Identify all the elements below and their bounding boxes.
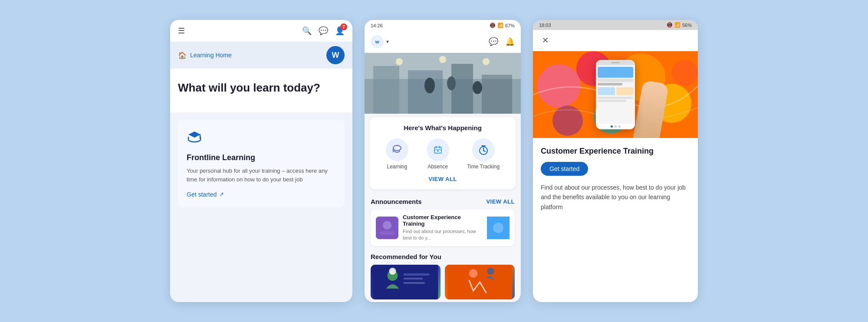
- svg-point-35: [469, 269, 478, 278]
- s1-topbar: ☰ 🔍 💬 👤 7: [170, 20, 352, 42]
- recommended-card-2[interactable]: [445, 265, 515, 299]
- svg-rect-33: [404, 282, 425, 284]
- frontline-learning-card: Frontline Learning Your personal hub for…: [178, 119, 345, 207]
- s3-wifi-icon: 📶: [674, 22, 681, 28]
- svg-text:W: W: [375, 39, 380, 44]
- announcements-section: Announcements VIEW ALL Customer Experien…: [365, 193, 521, 249]
- chat-icon[interactable]: 💬: [319, 26, 328, 36]
- recommended-card-1[interactable]: [371, 265, 441, 299]
- graduation-icon: [187, 129, 336, 148]
- svg-point-15: [393, 145, 401, 151]
- get-started-link[interactable]: Get started ↗: [187, 191, 336, 198]
- svg-point-18: [437, 150, 439, 152]
- s1-breadcrumb: 🏠 Learning Home W: [170, 42, 352, 69]
- svg-point-14: [483, 58, 490, 65]
- announcement-image-right: [487, 217, 510, 239]
- whats-happening-items: Learning Absence: [377, 138, 509, 170]
- time-tracking-label: Time Tracking: [467, 164, 500, 170]
- phone-screen: [596, 65, 635, 124]
- chat-icon[interactable]: 💬: [489, 37, 498, 46]
- app-logo: W: [371, 35, 384, 48]
- s2-nav-icons: 💬 🔔: [489, 37, 515, 46]
- notification-badge: 7: [340, 23, 347, 30]
- s3-status-right: 📵 📶 56%: [667, 22, 692, 28]
- learning-label: Learning: [387, 164, 407, 170]
- bell-icon[interactable]: 🔔: [505, 37, 515, 46]
- breadcrumb-label: Learning Home: [190, 52, 232, 59]
- close-button[interactable]: ✕: [539, 34, 551, 46]
- svg-rect-8: [482, 75, 512, 114]
- svg-rect-31: [404, 273, 430, 276]
- screen-1: ☰ 🔍 💬 👤 7 🏠 Learning Home W What will yo…: [170, 20, 352, 302]
- s3-status-time: 18:03: [539, 23, 551, 28]
- announcement-title: Customer Experience Training: [403, 214, 483, 227]
- svg-point-10: [447, 76, 456, 90]
- s3-topbar: ✕: [533, 30, 698, 51]
- s2-status-bar: 14:26 📵 📶 67%: [365, 20, 521, 31]
- hero-image: [365, 53, 521, 114]
- svg-rect-6: [408, 70, 443, 114]
- whats-happening-card: Here's What's Happening Learning: [370, 117, 516, 189]
- battery-level: 67%: [505, 23, 515, 28]
- svg-point-27: [493, 223, 503, 233]
- dot-3: [618, 125, 621, 128]
- s3-content: Customer Experience Training Get started…: [533, 138, 698, 220]
- whats-happening-title: Here's What's Happening: [377, 124, 509, 131]
- dot-2: [615, 125, 617, 128]
- svg-point-24: [383, 221, 391, 230]
- announcement-item[interactable]: Customer Experience Training Find out ab…: [371, 210, 515, 246]
- hamburger-icon[interactable]: ☰: [178, 26, 185, 36]
- card-description: Your personal hub for all your training …: [187, 167, 336, 184]
- external-link-icon: ↗: [219, 191, 224, 197]
- office-scene: [365, 53, 521, 114]
- svg-point-9: [424, 78, 435, 93]
- svg-point-11: [473, 81, 482, 94]
- svg-point-13: [439, 56, 446, 63]
- svg-point-30: [389, 268, 396, 275]
- announcements-view-all[interactable]: VIEW ALL: [486, 198, 515, 205]
- recommended-items: [371, 265, 515, 299]
- absence-label: Absence: [427, 164, 448, 170]
- s1-right-icons: 🔍 💬 👤 7: [302, 26, 345, 36]
- signal-icon: 📵: [490, 23, 496, 28]
- announcements-title: Announcements: [371, 198, 422, 205]
- dropdown-icon[interactable]: ▾: [386, 39, 389, 45]
- avatar: W: [326, 46, 345, 64]
- s2-nav: W ▾ 💬 🔔: [365, 31, 521, 53]
- s2-status-right: 📵 📶 67%: [490, 23, 515, 28]
- announcement-thumbnail: [376, 217, 398, 239]
- view-all-button[interactable]: VIEW ALL: [377, 176, 509, 182]
- announcement-content: Customer Experience Training Find out ab…: [403, 214, 483, 242]
- phone-dots: [596, 124, 635, 129]
- search-icon[interactable]: 🔍: [302, 26, 312, 36]
- time-tracking-item[interactable]: Time Tracking: [467, 138, 500, 170]
- phone-mockup: [596, 60, 635, 129]
- s3-status-bar: 18:03 📵 📶 56%: [533, 20, 698, 30]
- svg-point-36: [487, 268, 494, 275]
- s1-hero: What will you learn today?: [170, 69, 352, 112]
- s3-hero-image: [533, 51, 698, 138]
- dot-1: [611, 125, 613, 128]
- s2-logo-area[interactable]: W ▾: [371, 35, 389, 48]
- status-time: 14:26: [371, 23, 383, 28]
- s3-signal-icon: 📵: [667, 22, 673, 28]
- home-icon: 🏠: [178, 51, 187, 59]
- svg-rect-5: [373, 66, 399, 114]
- svg-rect-32: [404, 278, 423, 279]
- learning-icon-circle: [386, 138, 408, 161]
- svg-rect-25: [380, 231, 394, 235]
- card-title: Frontline Learning: [187, 153, 336, 162]
- absence-item[interactable]: Absence: [427, 138, 449, 170]
- announcements-header: Announcements VIEW ALL: [371, 198, 515, 205]
- profile-icon[interactable]: 👤 7: [335, 26, 345, 36]
- get-started-button[interactable]: Get started: [541, 162, 588, 176]
- learning-item[interactable]: Learning: [386, 138, 408, 170]
- training-title: Customer Experience Training: [541, 147, 690, 156]
- screen-3: 18:03 📵 📶 56% ✕: [533, 20, 698, 302]
- screen-2: 14:26 📵 📶 67% W ▾ 💬 🔔: [365, 20, 521, 302]
- svg-point-12: [396, 58, 403, 65]
- svg-rect-7: [451, 64, 473, 114]
- training-description: Find out about our processes, how best t…: [541, 183, 690, 212]
- hero-title: What will you learn today?: [178, 81, 345, 95]
- recommended-section: Recommended for You: [365, 249, 521, 302]
